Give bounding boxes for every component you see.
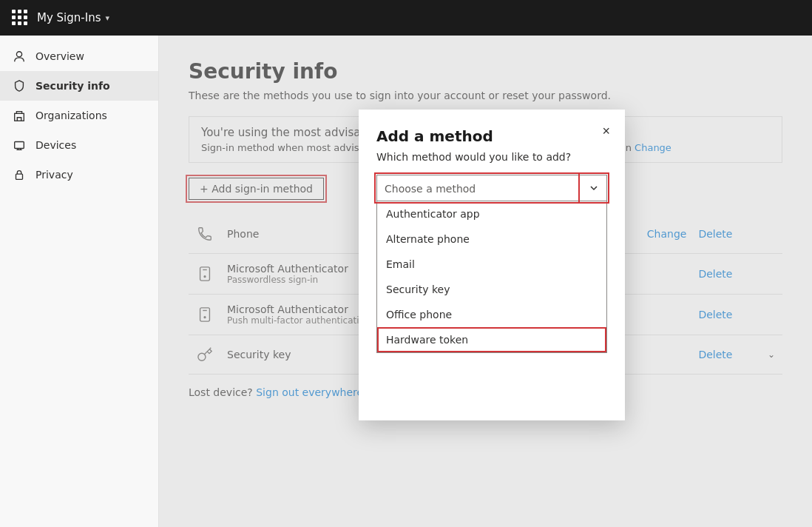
modal-close-button[interactable]: ×: [599, 121, 613, 141]
dropdown-option-security-key[interactable]: Security key: [377, 277, 606, 302]
app-name[interactable]: My Sign-Ins ▾: [37, 11, 109, 24]
sidebar-item-devices-label: Devices: [35, 139, 76, 151]
modal-title: Add a method: [376, 127, 607, 145]
add-method-modal: × Add a method Which method would you li…: [359, 110, 625, 420]
dropdown-list: Authenticator app Alternate phone Email …: [376, 201, 607, 353]
sidebar-item-devices[interactable]: Devices: [0, 130, 158, 160]
apps-icon[interactable]: [12, 10, 28, 26]
dropdown-option-alternate-phone[interactable]: Alternate phone: [377, 226, 606, 252]
svg-rect-3: [16, 174, 23, 179]
svg-point-0: [16, 52, 21, 57]
shield-icon: [12, 78, 27, 93]
sidebar-item-privacy-label: Privacy: [35, 169, 73, 181]
sidebar-item-privacy[interactable]: Privacy: [0, 160, 158, 189]
app-name-label: My Sign-Ins: [37, 11, 101, 24]
modal-subtitle: Which method would you like to add?: [376, 151, 607, 163]
sidebar-item-organizations-label: Organizations: [35, 110, 107, 121]
svg-rect-2: [15, 142, 24, 149]
dropdown-option-hardware-token[interactable]: Hardware token: [377, 327, 606, 352]
dropdown-option-authenticator-app[interactable]: Authenticator app: [377, 201, 606, 226]
layout: Overview Security info Organizations: [0, 36, 812, 527]
sidebar-item-overview[interactable]: Overview: [0, 41, 158, 71]
dropdown-option-office-phone[interactable]: Office phone: [377, 302, 606, 327]
dropdown-option-email[interactable]: Email: [377, 252, 606, 277]
sidebar-item-overview-label: Overview: [35, 50, 84, 62]
device-icon: [12, 138, 27, 152]
sidebar-item-security-info[interactable]: Security info: [0, 71, 158, 101]
building-icon: [12, 108, 27, 123]
topbar: My Sign-Ins ▾: [0, 0, 812, 36]
sidebar: Overview Security info Organizations: [0, 36, 159, 527]
sidebar-item-security-info-label: Security info: [35, 80, 110, 92]
main-content: Security info These are the methods you …: [159, 36, 812, 527]
person-icon: [12, 49, 27, 64]
sidebar-item-organizations[interactable]: Organizations: [0, 101, 158, 130]
method-dropdown-field[interactable]: Choose a method: [376, 175, 607, 201]
method-dropdown-container: Choose a method Authenticator app Altern…: [376, 175, 607, 353]
modal-overlay: × Add a method Which method would you li…: [159, 36, 812, 527]
lock-icon: [12, 167, 27, 182]
chevron-down-icon: ▾: [105, 13, 109, 23]
